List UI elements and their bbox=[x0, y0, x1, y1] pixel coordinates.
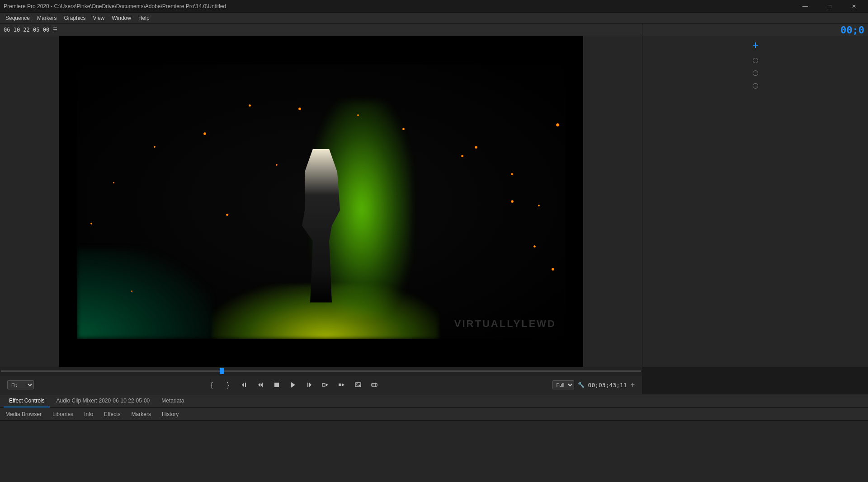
monitor-menu-icon[interactable]: ☰ bbox=[53, 27, 57, 33]
particle bbox=[552, 268, 554, 271]
wrench-icon[interactable]: 🔧 bbox=[578, 382, 585, 388]
subtab-history[interactable]: History bbox=[160, 410, 180, 418]
window-controls: — □ ✕ bbox=[795, 0, 864, 13]
particle bbox=[511, 200, 514, 203]
go-to-in-button[interactable] bbox=[238, 379, 250, 391]
svg-marker-9 bbox=[326, 384, 328, 386]
add-marker-button[interactable] bbox=[750, 40, 761, 51]
video-frame: VIRTUALLYLEWD bbox=[59, 36, 583, 367]
particle bbox=[461, 155, 463, 157]
bottom-tabs: Effect Controls Audio Clip Mixer: 2020-0… bbox=[0, 394, 868, 408]
current-timecode: 06-10 22-05-00 bbox=[4, 27, 49, 33]
bottom-sub-tabs: Media Browser Libraries Info Effects Mar… bbox=[0, 408, 868, 421]
menu-markers[interactable]: Markers bbox=[33, 14, 60, 22]
play-button[interactable] bbox=[287, 379, 299, 391]
particle bbox=[402, 128, 405, 130]
trim-button[interactable] bbox=[368, 379, 381, 391]
menu-bar: Sequence Markers Graphics View Window He… bbox=[0, 13, 868, 23]
add-button[interactable]: + bbox=[631, 381, 635, 389]
subtab-effects[interactable]: Effects bbox=[102, 410, 122, 418]
particle bbox=[249, 104, 251, 107]
svg-marker-5 bbox=[291, 382, 295, 388]
step-back-button[interactable] bbox=[254, 379, 267, 391]
particle bbox=[90, 223, 92, 225]
stop-button[interactable] bbox=[270, 379, 283, 391]
svg-rect-8 bbox=[322, 384, 325, 386]
svg-marker-3 bbox=[260, 383, 263, 387]
particle bbox=[475, 146, 477, 149]
svg-marker-11 bbox=[342, 384, 344, 386]
duration-readout: 00;03;43;11 bbox=[588, 382, 627, 388]
title-bar: Premiere Pro 2020 - C:\Users\Pinke\OneDr… bbox=[0, 0, 868, 13]
controls-center: { } bbox=[205, 379, 381, 391]
svg-marker-2 bbox=[258, 383, 260, 387]
svg-marker-14 bbox=[359, 384, 360, 386]
menu-window[interactable]: Window bbox=[108, 14, 135, 22]
marker-circle-2 bbox=[753, 70, 758, 76]
mark-out-button[interactable]: } bbox=[222, 379, 234, 391]
fit-select[interactable]: Fit 25% 50% 75% 100% bbox=[7, 380, 34, 389]
menu-sequence[interactable]: Sequence bbox=[2, 14, 33, 22]
subtab-info[interactable]: Info bbox=[82, 410, 95, 418]
minimize-button[interactable]: — bbox=[795, 0, 816, 13]
particle bbox=[533, 245, 536, 248]
subtab-markers[interactable]: Markers bbox=[130, 410, 153, 418]
monitor-header: 06-10 22-05-00 ☰ bbox=[0, 23, 642, 36]
right-panel: 00;0 bbox=[642, 23, 868, 367]
svg-rect-15 bbox=[372, 384, 377, 386]
svg-rect-10 bbox=[339, 384, 341, 386]
svg-point-13 bbox=[356, 384, 358, 385]
right-panel-icons bbox=[642, 36, 868, 92]
program-monitor: 06-10 22-05-00 ☰ bbox=[0, 23, 642, 367]
right-timecode: 00;0 bbox=[840, 24, 864, 36]
svg-rect-7 bbox=[307, 383, 308, 387]
controls-bar: Fit 25% 50% 75% 100% { } bbox=[0, 367, 642, 394]
particle bbox=[276, 164, 278, 166]
particle bbox=[511, 173, 513, 175]
scrubber-thumb[interactable] bbox=[220, 368, 224, 374]
menu-view[interactable]: View bbox=[89, 14, 108, 22]
overwrite-button[interactable] bbox=[335, 379, 348, 391]
menu-help[interactable]: Help bbox=[135, 14, 153, 22]
menu-graphics[interactable]: Graphics bbox=[60, 14, 89, 22]
particle bbox=[154, 146, 156, 148]
timeline-scrubber[interactable] bbox=[0, 367, 642, 376]
svg-rect-4 bbox=[274, 383, 279, 387]
particle bbox=[226, 214, 228, 216]
svg-marker-6 bbox=[309, 383, 311, 387]
particle bbox=[113, 182, 114, 183]
subtab-media-browser[interactable]: Media Browser bbox=[4, 410, 43, 418]
tab-metadata[interactable]: Metadata bbox=[156, 396, 189, 407]
tab-effect-controls[interactable]: Effect Controls bbox=[4, 396, 50, 407]
bottom-panel: Effect Controls Audio Clip Mixer: 2020-0… bbox=[0, 394, 868, 482]
tab-audio-clip-mixer[interactable]: Audio Clip Mixer: 2020-06-10 22-05-00 bbox=[51, 396, 155, 407]
export-frame-button[interactable] bbox=[352, 379, 364, 391]
scrubber-track[interactable] bbox=[1, 370, 641, 372]
go-to-out-button[interactable] bbox=[303, 379, 316, 391]
controls-right: Full 1/2 1/4 🔧 00;03;43;11 + bbox=[552, 380, 635, 389]
playback-controls: Fit 25% 50% 75% 100% { } bbox=[0, 376, 642, 394]
window-title: Premiere Pro 2020 - C:\Users\Pinke\OneDr… bbox=[4, 3, 226, 9]
particle bbox=[538, 205, 540, 206]
marker-circle-3 bbox=[753, 83, 758, 89]
insert-button[interactable] bbox=[319, 379, 332, 391]
mark-in-button[interactable]: { bbox=[205, 379, 218, 391]
particle bbox=[556, 123, 559, 126]
svg-marker-0 bbox=[242, 383, 244, 387]
marker-circle-1 bbox=[753, 58, 758, 63]
maximize-button[interactable]: □ bbox=[819, 0, 840, 13]
close-button[interactable]: ✕ bbox=[844, 0, 864, 13]
particle bbox=[357, 114, 359, 116]
quality-select[interactable]: Full 1/2 1/4 bbox=[552, 380, 574, 389]
particle bbox=[298, 108, 301, 110]
right-panel-header: 00;0 bbox=[642, 23, 868, 36]
terrain-left bbox=[77, 248, 212, 339]
controls-left: Fit 25% 50% 75% 100% bbox=[7, 380, 34, 389]
subtab-libraries[interactable]: Libraries bbox=[51, 410, 75, 418]
particle bbox=[203, 132, 206, 135]
video-canvas: VIRTUALLYLEWD bbox=[77, 65, 565, 339]
svg-rect-1 bbox=[245, 383, 246, 387]
particle bbox=[131, 290, 132, 292]
